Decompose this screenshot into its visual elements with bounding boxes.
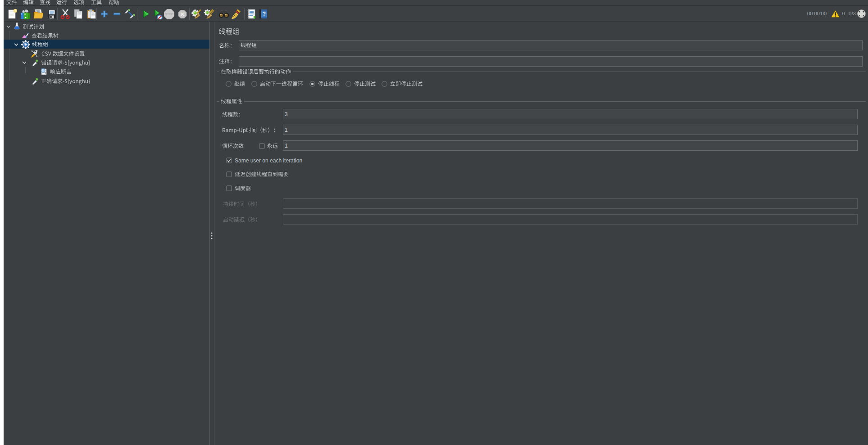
svg-text:STOP: STOP: [165, 13, 173, 16]
svg-text:?: ?: [263, 11, 266, 17]
